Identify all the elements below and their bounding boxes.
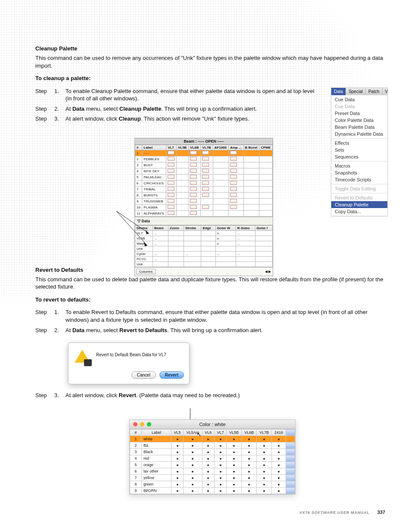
section-cleanup-heading: Cleanup Palette	[35, 45, 385, 52]
dialog-message: Revert to Default Beam Data for VL7	[96, 350, 166, 365]
beam-device-table: DeviceBeamZoomStrobeEdgeGobo WR GoboGobo…	[135, 225, 273, 267]
menu-item[interactable]: Preset Data	[331, 110, 387, 117]
revert-step-2: At Data menu, select Revert to Defaults.…	[65, 327, 385, 334]
menu-item[interactable]: Sets	[331, 146, 387, 153]
cancel-button[interactable]: Cancel	[131, 371, 156, 379]
revert-subhead: To revert to defaults:	[35, 296, 385, 304]
step-num: 1.	[54, 87, 64, 103]
color-table: #LabelVL5VL5ArcVL6VL7VL5BVL6BVL7B24161wh…	[130, 429, 295, 494]
menu-item[interactable]: Cue Data	[331, 96, 387, 103]
step-label: Step	[35, 87, 53, 103]
columns-button[interactable]: Columns	[136, 269, 156, 274]
menu-item[interactable]: Snapshots	[331, 169, 387, 176]
step-num: 1.	[54, 308, 64, 324]
beam-palette-window: Beam : ----- OPEN ----- #LabelVL7VL5BVL6…	[134, 138, 273, 276]
menu-tab-data[interactable]: Data	[331, 88, 346, 95]
revert-step-1: To enable Revert to Defaults command, en…	[65, 308, 385, 324]
menu-item[interactable]: Copy Data...	[331, 208, 387, 215]
menu-item[interactable]: Beam Palette Data	[331, 124, 387, 131]
step-num: 2.	[54, 105, 64, 113]
menu-item[interactable]: Cue Data	[331, 103, 387, 110]
menu-item[interactable]: Dynamics Palette Data	[331, 131, 387, 137]
revert-step-3: At alert window, click Revert. (Palette …	[65, 392, 385, 399]
menu-item[interactable]: Revert to Defaults	[331, 194, 387, 201]
menu-item[interactable]: Effects	[331, 140, 387, 146]
revert-button[interactable]: Revert	[159, 371, 184, 379]
cleanup-step-3: At alert window, click Cleanup. This act…	[65, 115, 320, 123]
menu-tab-special[interactable]: Special	[346, 88, 366, 95]
menu-item[interactable]: Toggle Data Editing	[331, 185, 387, 192]
menu-tab-more[interactable]: V	[383, 88, 391, 95]
section-revert-desc: This command can be used to delete bad p…	[35, 276, 385, 291]
cleanup-step-1: To enable Cleanup Palette command, ensur…	[65, 87, 320, 103]
step-num: 3.	[54, 115, 64, 123]
beam-table: #LabelVL7VL5BVL6BVL7BAF1000Amp ...B Burs…	[135, 145, 273, 217]
menu-item[interactable]: Sequences	[331, 153, 387, 160]
menu-tab-patch[interactable]: Patch	[366, 88, 383, 95]
page-footer: VX76 SOFTWARE USER MANUAL337	[299, 510, 385, 515]
step-num: 2.	[54, 327, 64, 334]
menu-item[interactable]: Timecode Scripts	[331, 176, 387, 183]
step-label: Step	[35, 392, 53, 399]
menu-item[interactable]: Cleanup Palette	[331, 201, 387, 208]
step-label: Step	[35, 327, 53, 334]
step-num: 3.	[54, 392, 64, 399]
revert-dialog: Revert to Default Beam Data for VL7 Canc…	[68, 342, 190, 384]
warning-icon	[75, 350, 90, 365]
beam-data-section: Data	[142, 219, 150, 223]
step-label: Step	[35, 308, 53, 324]
color-window-title: Color : white	[130, 422, 295, 427]
cleanup-step-2: At Data menu, select Cleanup Palette. Th…	[65, 105, 320, 113]
menu-item[interactable]: Macros	[331, 162, 387, 169]
color-palette-window: Color : white #LabelVL5VL5ArcVL6VL7VL5BV…	[129, 420, 296, 495]
cleanup-subhead: To cleanup a palette:	[35, 75, 385, 82]
step-label: Step	[35, 105, 53, 113]
step-label: Step	[35, 115, 53, 123]
menu-item[interactable]: Color Palette Data	[331, 117, 387, 124]
beam-window-title: Beam : ----- OPEN -----	[135, 138, 273, 145]
data-menu: Data Special Patch V Cue DataCue DataPre…	[331, 87, 388, 216]
section-cleanup-desc: This command can be used to remove any o…	[35, 54, 385, 69]
